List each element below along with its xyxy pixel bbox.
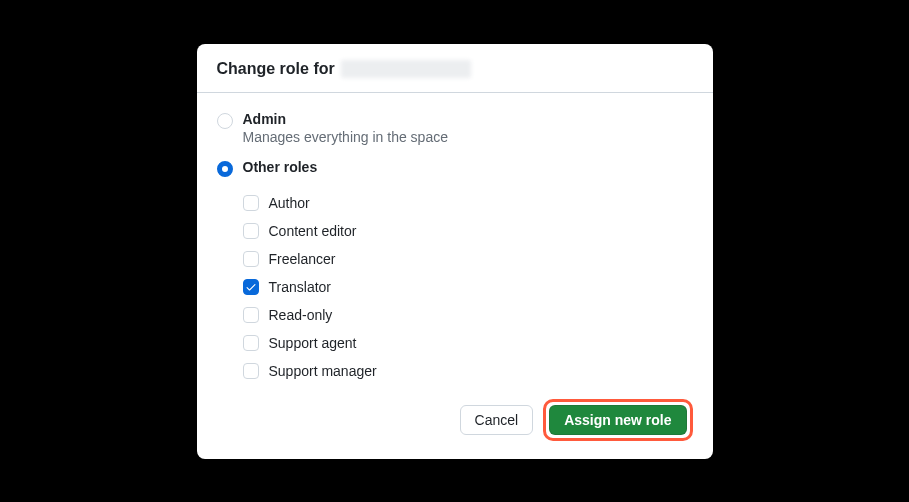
checkbox-icon [243,223,259,239]
role-checkbox-row[interactable]: Content editor [243,217,693,245]
checkbox-icon [243,251,259,267]
redacted-username [341,60,471,78]
checkbox-label: Freelancer [269,251,336,267]
role-option-other[interactable]: Other roles [217,155,693,187]
dialog-title: Change role for [217,60,335,78]
role-checkbox-row[interactable]: Support agent [243,329,693,357]
other-roles-list: AuthorContent editorFreelancerTranslator… [217,187,693,385]
dialog-footer: Cancel Assign new role [197,389,713,459]
highlight-box: Assign new role [543,399,692,441]
cancel-button[interactable]: Cancel [460,405,534,435]
checkbox-icon [243,279,259,295]
role-checkbox-row[interactable]: Freelancer [243,245,693,273]
dialog-body: Admin Manages everything in the space Ot… [197,93,713,389]
role-checkbox-row[interactable]: Read-only [243,301,693,329]
checkbox-icon [243,195,259,211]
checkbox-label: Author [269,195,310,211]
role-option-admin[interactable]: Admin Manages everything in the space [217,107,693,155]
dialog-header: Change role for [197,44,713,93]
role-label: Other roles [243,159,318,175]
checkbox-label: Read-only [269,307,333,323]
checkbox-label: Content editor [269,223,357,239]
checkbox-icon [243,307,259,323]
checkbox-icon [243,335,259,351]
checkbox-icon [243,363,259,379]
role-checkbox-row[interactable]: Support manager [243,357,693,385]
checkbox-label: Support agent [269,335,357,351]
role-description: Manages everything in the space [243,129,448,145]
radio-icon [217,161,233,177]
checkbox-label: Translator [269,279,332,295]
role-label: Admin [243,111,448,127]
role-checkbox-row[interactable]: Translator [243,273,693,301]
assign-new-role-button[interactable]: Assign new role [549,405,686,435]
change-role-dialog: Change role for Admin Manages everything… [197,44,713,459]
radio-icon [217,113,233,129]
checkbox-label: Support manager [269,363,377,379]
role-checkbox-row[interactable]: Author [243,189,693,217]
